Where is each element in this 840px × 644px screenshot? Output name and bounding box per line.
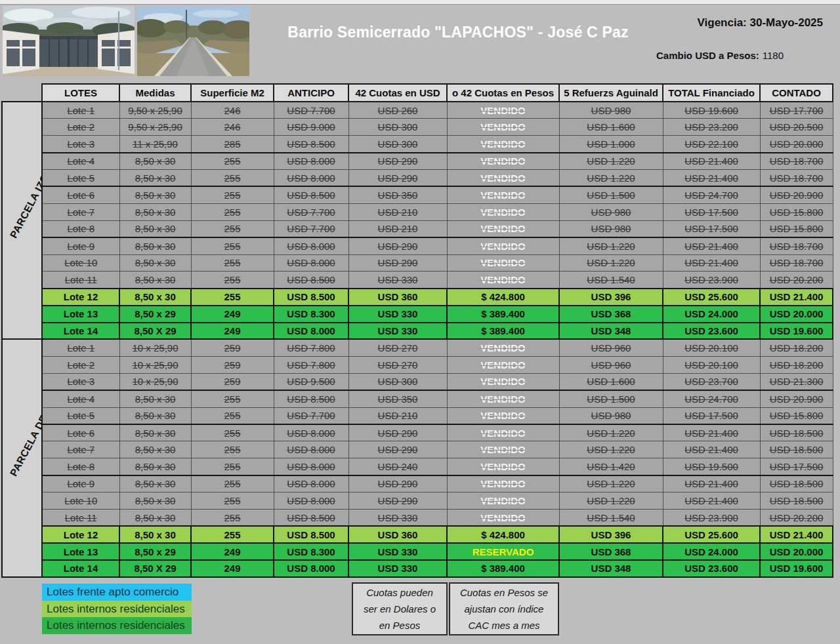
cell-medidas: 8,50 x 30	[119, 492, 191, 509]
cell-medidas: 10 x 25,90	[119, 356, 191, 373]
cell-superficie: 255	[191, 220, 274, 237]
cell-lote: Lote 4	[42, 153, 119, 170]
entrance-gate-photo	[3, 6, 135, 76]
lot-row: Lote 108,50 x 30255USD 8.000USD 290VENDI…	[2, 254, 833, 272]
cell-superficie: 255	[191, 153, 274, 170]
cell-superficie: 255	[191, 475, 274, 493]
cell-refuerzos: USD 1.420	[559, 458, 663, 475]
lot-row: Lote 98,50 x 30255USD 8.000USD 290VENDID…	[2, 237, 833, 254]
column-header: ANTICIPO	[274, 84, 348, 102]
cell-medidas: 8,50 X 29	[119, 560, 191, 577]
cell-superficie: 255	[191, 407, 274, 424]
cell-lote: Lote 9	[42, 475, 119, 493]
cell-cuotas_usd: USD 330	[348, 323, 447, 340]
cell-superficie: 285	[191, 136, 274, 153]
cell-lote: Lote 8	[42, 220, 119, 237]
column-header: Superficie M2	[191, 84, 274, 102]
cell-refuerzos: USD 1.220	[559, 424, 663, 441]
cell-cuotas_usd: USD 330	[348, 543, 447, 560]
lot-row: Lote 138,50 x 29249USD 8.300USD 330$ 389…	[2, 306, 833, 323]
section-label-parcela-izquierda: PARCELA IZQUIERDA	[2, 102, 42, 339]
cell-lote: Lote 8	[42, 458, 119, 475]
cell-refuerzos: USD 396	[559, 289, 663, 306]
cell-contado: USD 17.500	[760, 458, 833, 475]
cell-cuotas_usd: USD 360	[348, 289, 447, 306]
cell-cuotas_pesos: $ 389.400	[447, 323, 559, 340]
cell-contado: USD 18.500	[760, 424, 833, 441]
cell-refuerzos: USD 980	[559, 102, 663, 119]
cell-lote: Lote 10	[42, 492, 119, 509]
cell-cuotas_usd: USD 210	[348, 203, 447, 220]
note-line: Cuotas en Pesos se	[454, 584, 554, 601]
cell-total: USD 22.100	[663, 136, 760, 153]
cell-total: USD 21.400	[663, 237, 760, 254]
cell-superficie: 246	[191, 102, 274, 119]
exchange-rate: Cambio USD a Pesos:1180	[656, 50, 784, 61]
cell-medidas: 8,50 x 30	[119, 390, 191, 407]
column-header: TOTAL Financiado	[663, 84, 760, 102]
legend-item: Lotes internos residenciales	[42, 601, 192, 618]
legend-item: Lotes internos residenciales	[42, 617, 192, 634]
cell-medidas: 8,50 x 30	[119, 170, 191, 187]
cell-medidas: 10 x 25,90	[119, 339, 191, 356]
lot-row: Lote 311 x 25,90285USD 8.500USD 300VENDI…	[2, 136, 833, 153]
cell-total: USD 21.400	[663, 424, 760, 441]
cell-anticipo: USD 8.000	[274, 458, 348, 475]
cell-anticipo: USD 9.000	[274, 119, 348, 136]
lot-row: Lote 128,50 x 30255USD 8.500USD 360$ 424…	[2, 526, 833, 543]
cell-contado: USD 18.200	[760, 356, 833, 373]
cell-medidas: 8,50 x 30	[119, 458, 191, 475]
vigencia-date: Vigencia: 30-Mayo-2025	[698, 16, 824, 30]
cell-contado: USD 21.400	[760, 526, 833, 543]
cell-medidas: 8,50 x 30	[119, 272, 191, 289]
cell-anticipo: USD 8.000	[274, 237, 348, 254]
cell-cuotas_pesos: VENDIDO	[447, 441, 559, 458]
cell-contado: USD 17.700	[760, 102, 833, 119]
cell-contado: USD 18.700	[760, 153, 833, 170]
cell-cuotas_usd: USD 270	[348, 339, 447, 356]
lot-row: Lote 118,50 x 30255USD 8.500USD 330VENDI…	[2, 509, 833, 526]
cell-cuotas_pesos: VENDIDO	[447, 237, 559, 254]
cell-lote: Lote 6	[42, 186, 119, 203]
cell-cuotas_usd: USD 350	[348, 186, 447, 203]
lot-row: Lote 78,50 x 30255USD 7.700USD 210VENDID…	[2, 203, 833, 220]
top-strip	[0, 0, 840, 5]
cell-total: USD 20.100	[663, 339, 760, 356]
cell-refuerzos: USD 1.220	[559, 170, 663, 187]
cell-lote: Lote 1	[42, 339, 119, 356]
column-header: 5 Refuerzs Aguinald	[559, 84, 663, 102]
cell-anticipo: USD 8.000	[274, 441, 348, 458]
cell-contado: USD 20.000	[760, 543, 833, 560]
cell-refuerzos: USD 980	[559, 407, 663, 424]
notes: Cuotas puedenser en Dolares oen PesosCuo…	[352, 582, 559, 635]
cell-cuotas_usd: USD 290	[348, 475, 447, 493]
cell-total: USD 21.400	[663, 254, 760, 272]
cell-cuotas_usd: USD 350	[348, 390, 447, 407]
cell-cuotas_pesos: VENDIDO	[447, 339, 559, 356]
lot-row: Lote 148,50 X 29249USD 8.000USD 330$ 389…	[2, 323, 833, 340]
cell-contado: USD 20.500	[760, 119, 833, 136]
lot-row: Lote 29,50 x 25,90246USD 9.000USD 300VEN…	[2, 119, 833, 136]
cell-anticipo: USD 8.300	[274, 543, 348, 560]
cell-contado: USD 15.800	[760, 407, 833, 424]
note-line: ser en Dolares o	[357, 601, 442, 617]
column-header: CONTADO	[760, 84, 833, 102]
cell-total: USD 20.100	[663, 356, 760, 373]
cell-anticipo: USD 8.300	[274, 306, 348, 323]
cell-refuerzos: USD 1.220	[559, 492, 663, 509]
lot-row: Lote 58,50 x 30255USD 8.000USD 290VENDID…	[2, 170, 833, 187]
cell-cuotas_pesos: VENDIDO	[447, 220, 559, 237]
cell-total: USD 23.900	[663, 509, 760, 526]
cell-total: USD 25.600	[663, 526, 760, 543]
cell-superficie: 246	[191, 119, 274, 136]
cell-cuotas_usd: USD 290	[348, 492, 447, 509]
cell-superficie: 255	[191, 254, 274, 272]
cell-cuotas_pesos: VENDIDO	[447, 509, 559, 526]
cell-medidas: 8,50 x 30	[119, 289, 191, 306]
cell-medidas: 8,50 x 30	[119, 186, 191, 203]
cell-total: USD 24.000	[663, 543, 760, 560]
cell-medidas: 8,50 x 30	[119, 254, 191, 272]
cell-anticipo: USD 7.800	[274, 356, 348, 373]
note-line: ajustan con índice	[454, 601, 554, 617]
cell-cuotas_pesos: VENDIDO	[447, 136, 559, 153]
